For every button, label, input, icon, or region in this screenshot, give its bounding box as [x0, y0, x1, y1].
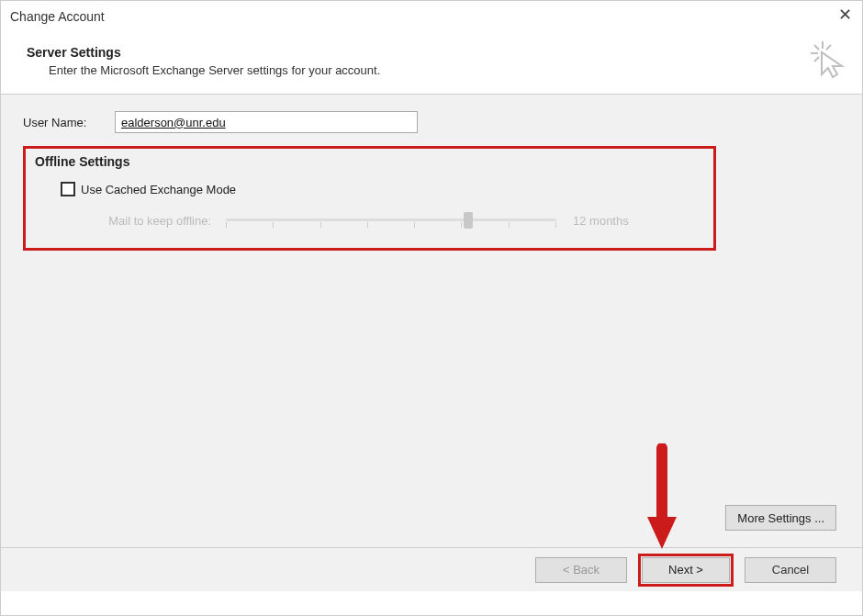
- offline-settings-group: Offline Settings Use Cached Exchange Mod…: [23, 146, 716, 251]
- header-subtitle: Enter the Microsoft Exchange Server sett…: [49, 63, 844, 77]
- svg-line-4: [814, 57, 819, 62]
- cached-mode-checkbox[interactable]: [61, 182, 75, 196]
- mail-offline-label: Mail to keep offline:: [61, 214, 226, 228]
- svg-line-3: [826, 45, 831, 50]
- window-title: Change Account: [10, 9, 105, 24]
- wizard-cursor-icon: [809, 39, 849, 83]
- annotation-arrow-icon: [644, 443, 680, 556]
- wizard-footer: < Back Next > Cancel: [1, 547, 862, 591]
- back-button[interactable]: < Back: [535, 557, 627, 583]
- cached-mode-row: Use Cached Exchange Mode: [61, 182, 704, 196]
- header-title: Server Settings: [27, 45, 844, 60]
- slider-thumb[interactable]: [464, 212, 473, 229]
- next-button[interactable]: Next >: [642, 557, 730, 583]
- content-area: User Name: Offline Settings Use Cached E…: [1, 95, 862, 547]
- user-name-input[interactable]: [115, 111, 418, 133]
- cached-mode-label: Use Cached Exchange Mode: [81, 183, 236, 196]
- mail-offline-row: Mail to keep offline: 12 months: [61, 209, 704, 231]
- mail-offline-value: 12 months: [573, 214, 629, 228]
- mail-offline-slider[interactable]: [226, 209, 556, 231]
- titlebar: Change Account ✕: [1, 1, 862, 32]
- offline-settings-title: Offline Settings: [35, 154, 704, 169]
- close-icon[interactable]: ✕: [836, 8, 853, 25]
- next-button-highlight: Next >: [638, 554, 734, 587]
- more-settings-button[interactable]: More Settings ...: [725, 505, 836, 531]
- svg-marker-6: [647, 517, 677, 549]
- svg-line-2: [814, 45, 819, 50]
- cancel-button[interactable]: Cancel: [745, 557, 836, 583]
- wizard-header: Server Settings Enter the Microsoft Exch…: [1, 32, 862, 94]
- user-name-label: User Name:: [23, 116, 115, 129]
- user-name-row: User Name:: [23, 111, 840, 133]
